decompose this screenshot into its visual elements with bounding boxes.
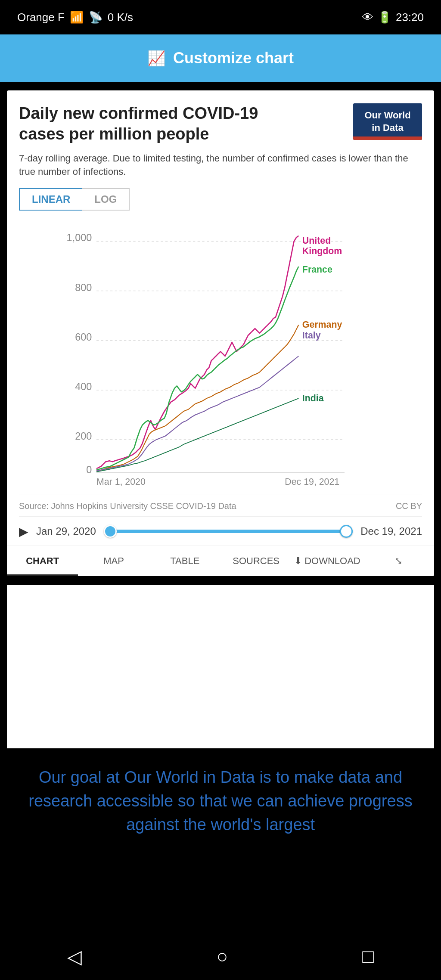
download-icon: ⬇ bbox=[294, 555, 302, 567]
svg-text:India: India bbox=[302, 393, 324, 403]
battery-indicator: 🔋 bbox=[378, 11, 391, 24]
tab-download-label: DOWNLOAD bbox=[304, 555, 360, 567]
slider-left-knob[interactable] bbox=[104, 525, 117, 538]
svg-text:Kingdom: Kingdom bbox=[302, 246, 342, 256]
svg-text:400: 400 bbox=[75, 381, 92, 392]
svg-text:800: 800 bbox=[75, 282, 92, 293]
timeline-end-date: Dec 19, 2021 bbox=[360, 525, 422, 537]
chart-title: Daily new confirmed COVID-19 cases per m… bbox=[19, 103, 260, 144]
tab-chart-label: CHART bbox=[26, 555, 59, 566]
svg-text:0: 0 bbox=[86, 464, 92, 475]
slider-right-knob[interactable] bbox=[340, 525, 353, 538]
whitespace-section bbox=[7, 585, 434, 748]
scale-buttons: LINEAR LOG bbox=[19, 188, 422, 211]
linear-button[interactable]: LINEAR bbox=[19, 188, 82, 211]
back-button[interactable]: ◁ bbox=[67, 946, 82, 968]
time-display: 23:20 bbox=[396, 11, 424, 24]
tab-share[interactable]: ⤡ bbox=[363, 546, 434, 576]
status-right: 👁 🔋 23:20 bbox=[362, 11, 424, 24]
chart-area: 1,000 800 600 400 200 0 Mar 1, 2020 Dec … bbox=[19, 218, 422, 494]
chart-subtitle: 7-day rolling average. Due to limited te… bbox=[19, 152, 422, 179]
svg-text:1,000: 1,000 bbox=[67, 232, 92, 243]
svg-text:United: United bbox=[302, 235, 331, 245]
svg-text:200: 200 bbox=[75, 431, 92, 442]
svg-text:Italy: Italy bbox=[302, 330, 321, 341]
tab-table-label: TABLE bbox=[170, 555, 199, 566]
play-button[interactable]: ▶ bbox=[19, 524, 28, 539]
svg-text:Dec 19, 2021: Dec 19, 2021 bbox=[285, 476, 339, 487]
status-bar: Orange F 📶 📡 0 K/s 👁 🔋 23:20 bbox=[0, 0, 441, 34]
customize-chart-label: Customize chart bbox=[173, 49, 294, 67]
owid-logo-line1: Our World bbox=[361, 109, 414, 122]
customize-chart-bar[interactable]: 📈 Customize chart bbox=[0, 34, 441, 82]
main-card: Daily new confirmed COVID-19 cases per m… bbox=[7, 90, 434, 576]
tab-download[interactable]: ⬇ DOWNLOAD bbox=[292, 546, 363, 576]
eye-icon: 👁 bbox=[362, 11, 373, 24]
status-left: Orange F 📶 📡 0 K/s bbox=[17, 11, 133, 24]
cc-text: CC BY bbox=[396, 501, 422, 511]
wifi-icon: 📡 bbox=[89, 11, 102, 24]
timeline-start-date: Jan 29, 2020 bbox=[36, 525, 96, 537]
svg-text:Germany: Germany bbox=[302, 319, 342, 329]
source-row: Source: Johns Hopkins University CSSE CO… bbox=[19, 494, 422, 516]
timeline-slider[interactable] bbox=[104, 530, 353, 533]
tab-map[interactable]: MAP bbox=[78, 546, 149, 576]
svg-text:France: France bbox=[302, 264, 332, 274]
chart-svg: 1,000 800 600 400 200 0 Mar 1, 2020 Dec … bbox=[19, 218, 422, 494]
tab-map-label: MAP bbox=[103, 555, 124, 566]
share-icon: ⤡ bbox=[394, 555, 402, 566]
tab-table[interactable]: TABLE bbox=[149, 546, 220, 576]
tab-chart[interactable]: CHART bbox=[7, 546, 78, 576]
owid-logo: Our World in Data bbox=[353, 103, 422, 140]
log-button[interactable]: LOG bbox=[82, 188, 130, 211]
goal-section: Our goal at Our World in Data is to make… bbox=[0, 748, 441, 854]
tabs-row: CHART MAP TABLE SOURCES ⬇ DOWNLOAD ⤡ bbox=[7, 546, 434, 576]
data-speed: 0 K/s bbox=[108, 11, 133, 24]
owid-logo-red-bar bbox=[353, 136, 422, 140]
tab-sources[interactable]: SOURCES bbox=[220, 546, 292, 576]
recent-button[interactable]: □ bbox=[362, 946, 374, 967]
chart-icon: 📈 bbox=[147, 50, 165, 67]
home-button[interactable]: ○ bbox=[216, 946, 228, 967]
title-row: Daily new confirmed COVID-19 cases per m… bbox=[19, 103, 422, 144]
goal-text: Our goal at Our World in Data is to make… bbox=[22, 766, 419, 837]
svg-text:600: 600 bbox=[75, 331, 92, 342]
bottom-nav: ◁ ○ □ bbox=[0, 933, 441, 980]
svg-text:Mar 1, 2020: Mar 1, 2020 bbox=[96, 476, 146, 487]
owid-logo-line2: in Data bbox=[361, 122, 414, 134]
signal-icon: 📶 bbox=[70, 11, 84, 24]
tab-sources-label: SOURCES bbox=[233, 555, 280, 566]
timeline-row: ▶ Jan 29, 2020 Dec 19, 2021 bbox=[19, 516, 422, 546]
carrier-label: Orange F bbox=[17, 11, 65, 24]
source-text: Source: Johns Hopkins University CSSE CO… bbox=[19, 501, 236, 511]
